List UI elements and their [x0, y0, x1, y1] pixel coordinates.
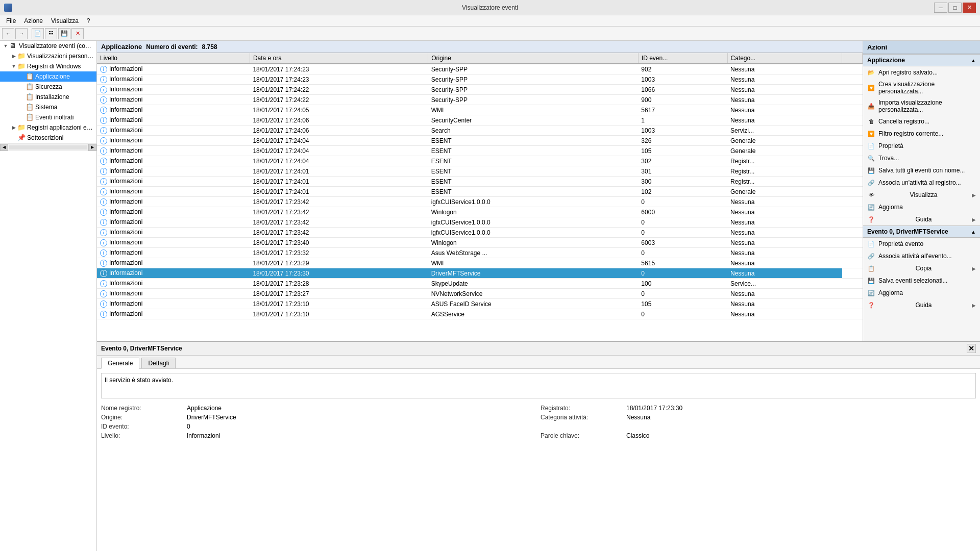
col-categ[interactable]: Catego...: [727, 53, 842, 64]
action-item-salva-tutti-gli-eventi-con-nome---[interactable]: 💾 Salva tutti gli eventi con nome...: [863, 164, 980, 177]
table-row[interactable]: iInformazioni 18/01/2017 17:24:01 ESENT …: [97, 166, 863, 177]
cell-origine: Winlogon: [428, 238, 639, 248]
table-row[interactable]: iInformazioni 18/01/2017 17:24:06 Securi…: [97, 115, 863, 126]
tree-item-appreg[interactable]: ▶ 📁 Registri applicazioni e servizi: [0, 122, 96, 133]
table-row[interactable]: iInformazioni 18/01/2017 17:24:22 Securi…: [97, 95, 863, 105]
action-item-salva-eventi-selezionati---[interactable]: 💾 Salva eventi selezionati...: [863, 274, 980, 287]
tree-expander[interactable]: ▼: [2, 42, 9, 49]
action-label: Proprietà evento: [878, 240, 923, 247]
table-row[interactable]: iInformazioni 18/01/2017 17:23:28 SkypeU…: [97, 279, 863, 289]
cell-id: 0: [638, 268, 727, 279]
tree-item-inoltrati[interactable]: 📋 Eventi inoltrati: [0, 112, 96, 122]
action-item-aggiorna[interactable]: 🔄 Aggiorna: [863, 201, 980, 213]
actions-section-applicazione[interactable]: Applicazione ▲: [863, 54, 980, 66]
hscroll-track[interactable]: [9, 145, 87, 149]
col-id[interactable]: ID even...: [638, 53, 727, 64]
table-row[interactable]: iInformazioni 18/01/2017 17:24:06 Search…: [97, 126, 863, 136]
tree-expander[interactable]: ▼: [10, 63, 17, 70]
cell-data: 18/01/2017 17:24:06: [250, 115, 428, 126]
action-item-propriet-[interactable]: 📄 Proprietà: [863, 140, 980, 152]
table-row[interactable]: iInformazioni 18/01/2017 17:23:42 Winlog…: [97, 207, 863, 217]
menu-azione[interactable]: Azione: [20, 16, 47, 26]
toolbar-view1[interactable]: 📄: [32, 28, 44, 39]
table-row[interactable]: iInformazioni 18/01/2017 17:23:29 WMI 56…: [97, 258, 863, 268]
table-row[interactable]: iInformazioni 18/01/2017 17:23:27 NVNetw…: [97, 289, 863, 299]
action-item-cancella-registro---[interactable]: 🗑 Cancella registro...: [863, 115, 980, 128]
table-row[interactable]: iInformazioni 18/01/2017 17:23:10 AGSSer…: [97, 309, 863, 319]
menu-help[interactable]: ?: [83, 16, 94, 26]
action-item-aggiorna[interactable]: 🔄 Aggiorna: [863, 287, 980, 299]
bottom-panel-close-button[interactable]: ✕: [967, 344, 976, 353]
table-row[interactable]: iInformazioni 18/01/2017 17:24:23 Securi…: [97, 74, 863, 85]
minimize-button[interactable]: ─: [934, 3, 947, 13]
table-row[interactable]: iInformazioni 18/01/2017 17:23:42 igfxCU…: [97, 217, 863, 228]
action-item-importa-visualizzazione-personalizzata---[interactable]: 📥 Importa visualizzazione personalizzata…: [863, 97, 980, 115]
menu-file[interactable]: File: [2, 16, 20, 26]
tree-item-sistema[interactable]: 📋 Sistema: [0, 102, 96, 112]
toolbar-clear[interactable]: ✕: [71, 28, 84, 39]
actions-section1-collapse[interactable]: ▲: [971, 58, 976, 63]
action-item-trova---[interactable]: 🔍 Trova...: [863, 152, 980, 164]
table-row[interactable]: iInformazioni 18/01/2017 17:23:10 ASUS F…: [97, 299, 863, 309]
action-item-crea-visualizzazione-personalizzata---[interactable]: 🔽 Crea visualizzazione personalizzata...: [863, 79, 980, 97]
menu-visualizza[interactable]: Visualizza: [47, 16, 83, 26]
table-row[interactable]: iInformazioni 18/01/2017 17:23:32 Asus W…: [97, 248, 863, 258]
close-button[interactable]: ✕: [963, 3, 976, 13]
tree-hscrollbar[interactable]: ◀ ▶: [0, 143, 96, 151]
table-row[interactable]: iInformazioni 18/01/2017 17:24:05 WMI 56…: [97, 105, 863, 115]
tree-item-sicurezza[interactable]: 📋 Sicurezza: [0, 82, 96, 92]
cell-origine: SkypeUpdate: [428, 279, 639, 289]
event-table-container[interactable]: Livello Data e ora Origine ID even... Ca…: [97, 53, 863, 341]
action-item-visualizza[interactable]: 👁 Visualizza ▶: [863, 189, 980, 201]
table-row[interactable]: iInformazioni 18/01/2017 17:23:42 igfxCU…: [97, 228, 863, 238]
forward-button[interactable]: →: [15, 28, 28, 39]
col-livello[interactable]: Livello: [97, 53, 250, 64]
toolbar-save[interactable]: 💾: [58, 28, 70, 39]
table-row[interactable]: iInformazioni 18/01/2017 17:23:30 Driver…: [97, 268, 863, 279]
col-data[interactable]: Data e ora: [250, 53, 428, 64]
tree-expander[interactable]: ▶: [10, 124, 17, 131]
maximize-button[interactable]: □: [948, 3, 962, 13]
action-item-guida[interactable]: ❓ Guida ▶: [863, 213, 980, 226]
table-row[interactable]: iInformazioni 18/01/2017 17:24:04 ESENT …: [97, 136, 863, 146]
cell-categ: Service...: [727, 279, 842, 289]
table-row[interactable]: iInformazioni 18/01/2017 17:24:04 ESENT …: [97, 156, 863, 166]
table-row[interactable]: iInformazioni 18/01/2017 17:24:04 ESENT …: [97, 146, 863, 156]
tree-item-sottoscrizioni[interactable]: 📌 Sottoscrizioni: [0, 133, 96, 143]
cell-origine: AGSService: [428, 309, 639, 319]
action-item-guida[interactable]: ❓ Guida ▶: [863, 299, 980, 311]
tree-expander[interactable]: ▶: [10, 53, 17, 60]
action-item-copia[interactable]: 📋 Copia ▶: [863, 262, 980, 274]
tree-item-computer[interactable]: ▼ 🖥 Visualizzatore eventi (computer: [0, 41, 96, 51]
table-row[interactable]: iInformazioni 18/01/2017 17:23:42 igfxCU…: [97, 197, 863, 207]
tree-node-label: Sicurezza: [35, 83, 62, 90]
tab-dettagli[interactable]: Dettagli: [141, 358, 176, 368]
action-item-filtro-registro-corrente---[interactable]: 🔽 Filtro registro corrente...: [863, 128, 980, 140]
cell-data: 18/01/2017 17:24:22: [250, 85, 428, 95]
action-item-associa-un-attivit--al-registro---[interactable]: 🔗 Associa un'attività al registro...: [863, 177, 980, 189]
tree-item-winlogs[interactable]: ▼ 📁 Registri di Windows: [0, 61, 96, 71]
col-origine[interactable]: Origine: [428, 53, 639, 64]
scroll-left-arrow[interactable]: ◀: [0, 144, 8, 151]
actions-section2-collapse[interactable]: ▲: [971, 229, 976, 235]
back-button[interactable]: ←: [2, 28, 14, 39]
action-item-propriet--evento[interactable]: 📄 Proprietà evento: [863, 238, 980, 250]
toolbar-view2[interactable]: ☷: [45, 28, 57, 39]
action-item-associa-attivit--all-evento---[interactable]: 🔗 Associa attività all'evento...: [863, 250, 980, 262]
tree-expander: [18, 93, 26, 101]
table-row[interactable]: iInformazioni 18/01/2017 17:24:01 ESENT …: [97, 187, 863, 197]
table-row[interactable]: iInformazioni 18/01/2017 17:23:40 Winlog…: [97, 238, 863, 248]
table-row[interactable]: iInformazioni 18/01/2017 17:24:23 Securi…: [97, 64, 863, 74]
action-label: Proprietà: [878, 142, 903, 149]
event-message-box[interactable]: Il servizio è stato avviato.: [101, 373, 976, 398]
tree-item-custom[interactable]: ▶ 📁 Visualizzazioni personalizzate: [0, 51, 96, 61]
tab-generale[interactable]: Generale: [101, 358, 139, 369]
actions-section-evento[interactable]: Evento 0, DriverMFTService ▲: [863, 226, 980, 238]
table-row[interactable]: iInformazioni 18/01/2017 17:24:01 ESENT …: [97, 177, 863, 187]
scroll-right-arrow[interactable]: ▶: [88, 144, 96, 151]
action-item-apri-registro-salvato---[interactable]: 📂 Apri registro salvato...: [863, 66, 980, 79]
tree-item-applicazione[interactable]: 📋 Applicazione: [0, 71, 96, 82]
tree-item-installazione[interactable]: 📋 Installazione: [0, 92, 96, 102]
registrato-value: 18/01/2017 17:23:30: [626, 405, 976, 412]
table-row[interactable]: iInformazioni 18/01/2017 17:24:22 Securi…: [97, 85, 863, 95]
